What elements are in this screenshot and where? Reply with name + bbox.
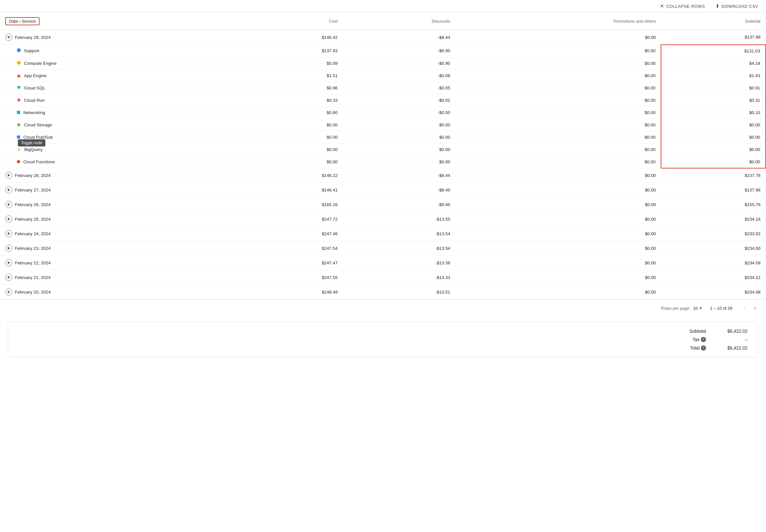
service-icon (17, 73, 21, 78)
rows-per-page-select[interactable]: 10 ▼ (693, 306, 702, 311)
service-name: Cloud Run (24, 98, 45, 103)
toggle-collapsed-button[interactable] (5, 245, 12, 252)
date-label: February 22, 2024 (15, 260, 51, 265)
toggle-collapsed-button[interactable] (5, 172, 12, 179)
summary-tax-value: – (722, 337, 748, 342)
service-name: Support (24, 48, 39, 53)
subtotal-header: Subtotal (661, 13, 766, 30)
date-row-collapsed: February 22, 2024 $247.47 -$13.38 $0.00 … (0, 256, 766, 270)
discounts-header: Discounts (343, 13, 456, 30)
service-row: ★ BigQuery $0.00 $0.00 $0.00 $0.00 (0, 143, 766, 156)
service-icon (17, 86, 21, 90)
service-row: ✱ Cloud Storage $0.00 $0.00 $0.00 $0.00 (0, 119, 766, 131)
summary-subtotal-value: $6,422.02 (722, 329, 748, 334)
date-label: February 20, 2024 (15, 290, 51, 295)
summary-subtotal-label: Subtotal (690, 329, 706, 334)
pagination: Rows per page: 10 ▼ 1 – 10 of 29 ‹ › (0, 299, 766, 317)
service-icon (17, 159, 20, 164)
promotions-header: Promotions and others (456, 13, 661, 30)
service-row: Compute Engine $5.09 -$0.90 $0.00 $4.18 (0, 57, 766, 69)
summary-subtotal-row: Subtotal $6,422.02 (690, 329, 748, 334)
toggle-collapsed-button[interactable] (5, 201, 12, 208)
service-name: Networking (23, 110, 45, 115)
page-nav: ‹ › (740, 304, 760, 313)
service-name: Cloud SQL (24, 86, 45, 90)
summary-total-row: Total ? $6,422.02 (690, 345, 748, 351)
summary-total-label: Total ? (690, 345, 706, 351)
service-row: Networking $0.60 -$0.50 $0.00 $0.10 (0, 106, 766, 119)
page-info: 1 – 10 of 29 (710, 306, 732, 311)
toggle-collapsed-button[interactable] (5, 259, 12, 266)
cost-header: Cost (241, 13, 343, 30)
date-label: February 28, 2024 (15, 173, 51, 178)
service-icon (17, 135, 20, 140)
service-icon (17, 110, 20, 115)
service-row: App Engine $1.51 -$0.08 $0.00 $1.43 (0, 69, 766, 82)
tax-info-icon[interactable]: ? (701, 337, 706, 342)
service-row: ✚ Cloud Run $0.33 -$0.02 $0.00 $0.31 (0, 94, 766, 106)
next-page-button[interactable]: › (750, 304, 760, 313)
date-label: February 26, 2024 (15, 202, 51, 207)
summary-tax-row: Tax ? – (692, 337, 748, 342)
service-icon (17, 48, 21, 53)
download-icon: ⬇ (715, 3, 720, 9)
date-row-collapsed: February 27, 2024 $146.41 -$8.45 $0.00 $… (0, 183, 766, 197)
rows-per-page: Rows per page: 10 ▼ (661, 306, 702, 311)
date-label: February 21, 2024 (15, 275, 51, 280)
service-icon: ★ (17, 147, 21, 152)
summary-total-value: $6,422.02 (722, 345, 748, 351)
date-row-collapsed: February 23, 2024 $247.54 -$13.54 $0.00 … (0, 241, 766, 256)
service-name: Cloud Pub/Sub (23, 135, 53, 140)
date-row-collapsed: February 24, 2024 $247.46 -$13.54 $0.00 … (0, 226, 766, 241)
date-label: February 25, 2024 (15, 217, 51, 222)
date-row-expanded: February 29, 2024 $146.42 -$8.44 $0.00 $… (0, 30, 766, 45)
toggle-collapsed-button[interactable] (5, 215, 12, 223)
toggle-node-tooltip: Toggle node (18, 139, 45, 146)
toolbar: ✕ COLLAPSE ROWS ⬇ DOWNLOAD CSV (0, 0, 766, 13)
download-csv-button[interactable]: ⬇ DOWNLOAD CSV (715, 3, 758, 9)
total-info-icon[interactable]: ? (701, 345, 706, 351)
service-name: Cloud Storage (24, 122, 52, 127)
summary-section: Subtotal $6,422.02 Tax ? – Total ? $6,42… (8, 322, 758, 357)
summary-tax-label: Tax ? (692, 337, 706, 342)
service-name: App Engine (24, 73, 47, 78)
date-service-header: Date › Service (0, 13, 241, 30)
service-row: Cloud SQL $0.96 -$0.05 $0.00 $0.91 (0, 82, 766, 94)
service-name: BigQuery (24, 147, 42, 152)
date-label: February 24, 2024 (15, 231, 51, 236)
date-row-collapsed: February 28, 2024 $146.22 -$8.44 $0.00 $… (0, 168, 766, 183)
collapse-rows-icon: ✕ (660, 3, 665, 9)
toggle-expanded-button[interactable] (5, 34, 12, 41)
toggle-collapsed-button[interactable] (5, 186, 12, 193)
collapse-rows-button[interactable]: ✕ COLLAPSE ROWS (660, 3, 705, 9)
prev-page-button[interactable]: ‹ (740, 304, 749, 313)
date-row-collapsed: February 21, 2024 $247.55 -$13.33 $0.00 … (0, 270, 766, 285)
service-row: Cloud Pub/Sub $0.00 $0.00 $0.00 $0.00 (0, 131, 766, 143)
date-row-collapsed: February 20, 2024 $248.49 -$13.51 $0.00 … (0, 285, 766, 299)
date-row-collapsed: February 26, 2024 $165.16 -$9.40 $0.00 $… (0, 197, 766, 212)
service-icon (17, 61, 21, 66)
date-label: February 23, 2024 (15, 246, 51, 251)
data-table: Date › Service Cost Discounts Promotions… (0, 13, 766, 299)
service-row: Support $137.93 -$6.90 $0.00 $131.03 (0, 45, 766, 57)
toggle-collapsed-button[interactable] (5, 274, 12, 281)
date-label: February 29, 2024 (15, 35, 51, 40)
date-row-collapsed: February 25, 2024 $247.72 -$13.55 $0.00 … (0, 212, 766, 226)
table-wrapper: Date › Service Cost Discounts Promotions… (0, 13, 766, 299)
service-row: Cloud Functions $0.00 $0.00 $0.00 $0.00 (0, 156, 766, 168)
toggle-collapsed-button[interactable] (5, 230, 12, 237)
service-icon: ✚ (17, 98, 21, 103)
dropdown-arrow-icon: ▼ (699, 306, 702, 310)
date-label: February 27, 2024 (15, 188, 51, 192)
toggle-collapsed-button[interactable] (5, 288, 12, 295)
service-name: Compute Engine (24, 61, 57, 66)
service-name: Cloud Functions (23, 159, 55, 164)
service-icon: ✱ (17, 122, 21, 127)
